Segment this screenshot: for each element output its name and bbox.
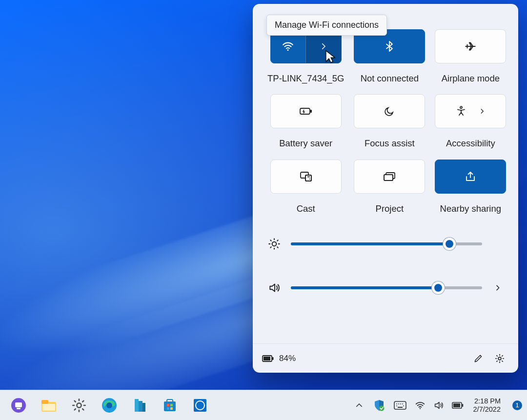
- svg-rect-26: [139, 401, 142, 412]
- airplane-mode-tile[interactable]: [435, 29, 506, 63]
- taskbar-app-dell[interactable]: [189, 395, 211, 416]
- accessibility-tile[interactable]: [435, 94, 506, 128]
- tray-security-icon[interactable]: [372, 395, 386, 416]
- svg-rect-2: [310, 110, 312, 113]
- svg-rect-13: [272, 357, 274, 360]
- battery-saver-tile[interactable]: [270, 94, 342, 128]
- focus-assist-tile-label: Focus assist: [365, 138, 415, 148]
- chevron-right-icon: [494, 284, 502, 292]
- notification-badge[interactable]: 1: [512, 400, 522, 410]
- volume-output-button[interactable]: [492, 284, 504, 292]
- tray-input-indicator[interactable]: [392, 395, 408, 416]
- bluetooth-icon: [384, 40, 395, 52]
- battery-saver-icon: [299, 106, 313, 117]
- svg-rect-17: [15, 402, 22, 407]
- accessibility-tile-label: Accessibility: [446, 138, 495, 148]
- project-tile-label: Project: [376, 203, 404, 214]
- svg-point-42: [396, 405, 397, 406]
- svg-point-39: [398, 403, 399, 404]
- accessibility-icon: [455, 105, 467, 117]
- tray-wifi-icon[interactable]: [414, 395, 426, 416]
- edit-quick-settings-button[interactable]: [468, 349, 488, 368]
- nearby-sharing-tile-label: Nearby sharing: [440, 203, 501, 214]
- svg-rect-18: [17, 408, 20, 409]
- cast-tile-label: Cast: [297, 203, 315, 214]
- focus-assist-tile[interactable]: [354, 94, 425, 128]
- svg-rect-32: [167, 407, 169, 410]
- taskbar-app-file-explorer[interactable]: [38, 395, 60, 416]
- svg-point-36: [379, 405, 384, 411]
- project-icon: [383, 171, 396, 182]
- taskbar-app-edge[interactable]: [99, 395, 120, 416]
- volume-icon: [267, 281, 281, 294]
- brightness-icon: [267, 238, 281, 250]
- battery-icon: [262, 354, 274, 363]
- project-tile[interactable]: [354, 160, 425, 194]
- svg-rect-9: [384, 175, 393, 180]
- share-icon: [464, 171, 477, 182]
- svg-rect-14: [264, 357, 270, 360]
- svg-point-11: [272, 241, 277, 246]
- clock-time: 2:18 PM: [474, 397, 501, 405]
- svg-point-7: [309, 179, 310, 180]
- tooltip-text: Manage Wi-Fi connections: [275, 20, 379, 30]
- taskbar-app-settings[interactable]: [68, 395, 90, 416]
- taskbar-clock[interactable]: 2:18 PM 2/7/2022: [470, 397, 504, 413]
- volume-row: [267, 278, 504, 298]
- wifi-manage-tooltip: Manage Wi-Fi connections: [266, 15, 387, 36]
- wifi-tile-label: TP-LINK_7434_5G: [267, 73, 344, 83]
- svg-point-0: [287, 49, 289, 51]
- sliders-section: [253, 227, 518, 298]
- tray-volume-icon[interactable]: [432, 395, 445, 416]
- svg-point-40: [400, 403, 401, 404]
- chevron-right-icon: [479, 108, 486, 115]
- svg-rect-44: [398, 407, 403, 408]
- svg-point-38: [396, 403, 397, 404]
- svg-point-24: [106, 402, 112, 408]
- airplane-mode-tile-label: Airplane mode: [442, 73, 500, 83]
- moon-icon: [384, 105, 395, 117]
- taskbar-app-store[interactable]: [159, 395, 181, 416]
- notification-count: 1: [516, 402, 519, 409]
- nearby-sharing-tile[interactable]: [435, 160, 506, 194]
- svg-rect-25: [135, 399, 139, 412]
- svg-rect-27: [142, 403, 145, 412]
- svg-point-41: [402, 403, 403, 404]
- battery-percent-text: 84%: [279, 354, 296, 363]
- svg-rect-48: [453, 403, 460, 407]
- taskbar-app-office[interactable]: [129, 395, 150, 416]
- taskbar-pinned-apps: [5, 395, 211, 416]
- gear-icon: [494, 353, 505, 364]
- svg-rect-5: [305, 175, 311, 181]
- airplane-icon: [464, 40, 477, 53]
- battery-status[interactable]: 84%: [262, 354, 296, 363]
- volume-slider[interactable]: [291, 286, 482, 289]
- svg-point-15: [498, 357, 501, 360]
- svg-rect-37: [394, 401, 406, 409]
- battery-saver-tile-label: Battery saver: [279, 138, 332, 148]
- cast-tile[interactable]: [270, 160, 342, 194]
- brightness-slider[interactable]: [291, 242, 482, 245]
- pencil-icon: [473, 354, 483, 363]
- svg-rect-33: [170, 407, 173, 410]
- quick-settings-footer: 84%: [253, 343, 518, 373]
- svg-point-45: [419, 408, 420, 409]
- clock-date: 2/7/2022: [473, 405, 501, 414]
- svg-point-3: [460, 106, 462, 108]
- quick-settings-panel: Manage Wi-Fi connections: [253, 4, 518, 373]
- tray-overflow-button[interactable]: [352, 395, 366, 416]
- svg-rect-30: [167, 404, 169, 406]
- brightness-row: [267, 234, 504, 254]
- taskbar: 2:18 PM 2/7/2022 1: [0, 390, 527, 420]
- tray-battery-icon[interactable]: [451, 395, 465, 416]
- taskbar-app-chat[interactable]: [8, 395, 29, 416]
- svg-point-22: [77, 403, 81, 407]
- svg-rect-20: [41, 400, 48, 404]
- svg-point-43: [403, 405, 404, 406]
- cast-icon: [299, 171, 313, 182]
- taskbar-system-tray: 2:18 PM 2/7/2022 1: [352, 395, 522, 416]
- desktop-wallpaper: Manage Wi-Fi connections: [0, 0, 527, 420]
- settings-button[interactable]: [490, 349, 509, 368]
- mouse-cursor: [325, 50, 336, 63]
- svg-rect-1: [300, 108, 310, 114]
